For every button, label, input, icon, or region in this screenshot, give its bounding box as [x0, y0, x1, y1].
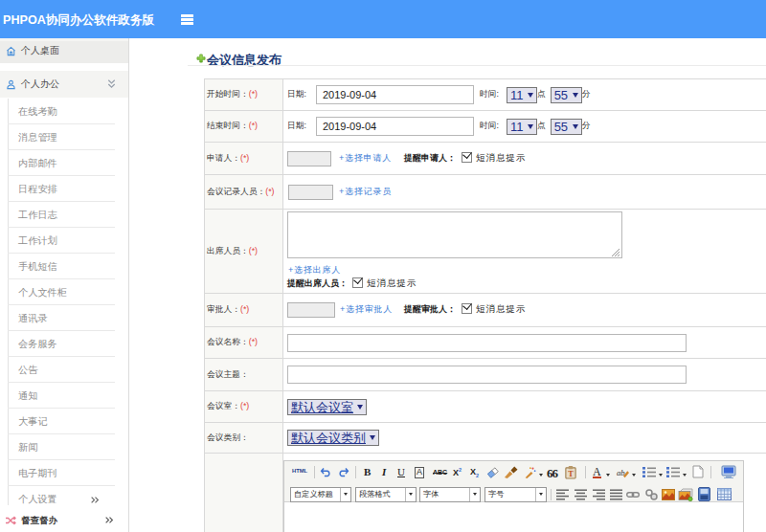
svg-text:T: T: [568, 470, 574, 478]
